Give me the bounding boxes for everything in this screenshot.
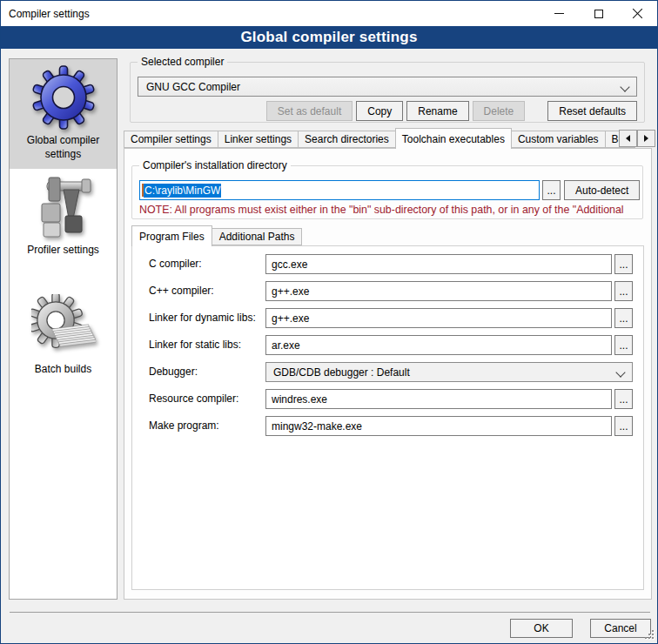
sidebar-item-label: Global compiler settings — [13, 134, 113, 161]
debugger-row: Debugger: GDB/CDB debugger : Default — [132, 359, 643, 386]
installation-directory-value: C:\raylib\MinGW — [144, 184, 221, 198]
tab-toolchain-executables[interactable]: Toolchain executables — [395, 128, 512, 149]
settings-sidebar: Global compiler settings Profiler settin… — [9, 58, 118, 600]
installation-directory-row: C:\raylib\MinGW ... Auto-detect — [139, 180, 640, 200]
c-compiler-row: C compiler: ... — [132, 252, 643, 278]
installation-directory-input[interactable]: C:\raylib\MinGW — [139, 180, 540, 200]
arrow-right-icon — [644, 135, 648, 142]
minimize-icon — [554, 13, 564, 14]
debugger-label: Debugger: — [149, 366, 198, 378]
resource-compiler-row: Resource compiler: ... — [132, 386, 643, 413]
compiler-select[interactable]: GNU GCC Compiler — [138, 77, 637, 97]
cpp-compiler-label: C++ compiler: — [149, 285, 214, 297]
toolchain-fields: C compiler: ... C++ compiler: ... Linker… — [132, 252, 643, 440]
caliper-tool-icon — [31, 175, 96, 239]
files-subtabstrip: Program Files Additional Paths — [131, 225, 301, 245]
cpp-compiler-browse-button[interactable]: ... — [614, 281, 633, 301]
linker-dynamic-row: Linker for dynamic libs: ... — [132, 305, 643, 332]
sidebar-item-profiler-settings[interactable]: Profiler settings — [10, 169, 117, 265]
sidebar-item-global-compiler-settings[interactable]: Global compiler settings — [10, 59, 117, 169]
set-as-default-button[interactable]: Set as default — [266, 101, 352, 121]
main-panel: Selected compiler GNU GCC Compiler Set a… — [124, 53, 652, 123]
subtab-additional-paths[interactable]: Additional Paths — [212, 228, 303, 245]
c-compiler-browse-button[interactable]: ... — [614, 254, 633, 274]
gray-gear-paper-stack-icon — [31, 294, 96, 359]
linker-static-label: Linker for static libs: — [149, 339, 241, 351]
make-program-input[interactable] — [265, 416, 612, 436]
directory-note: NOTE: All programs must exist either in … — [139, 204, 639, 216]
footer-separator — [10, 612, 650, 613]
c-compiler-input[interactable] — [265, 254, 612, 274]
make-program-browse-button[interactable]: ... — [614, 416, 633, 436]
compiler-settings-dialog: Compiler settings Global compiler settin… — [0, 0, 658, 644]
tab-custom-variables[interactable]: Custom variables — [511, 131, 606, 148]
c-compiler-label: C compiler: — [149, 258, 202, 270]
copy-button[interactable]: Copy — [356, 101, 403, 121]
titlebar: Compiler settings — [1, 1, 657, 26]
linker-dynamic-browse-button[interactable]: ... — [614, 308, 633, 328]
rename-button[interactable]: Rename — [406, 101, 468, 121]
make-program-label: Make program: — [149, 419, 219, 432]
linker-dynamic-label: Linker for dynamic libs: — [149, 312, 256, 324]
ok-button[interactable]: OK — [510, 619, 573, 638]
linker-dynamic-input[interactable] — [265, 308, 612, 328]
close-icon — [632, 8, 643, 19]
window-title: Compiler settings — [1, 8, 90, 20]
minimize-button[interactable] — [540, 1, 579, 26]
debugger-select-value: GDB/CDB debugger : Default — [273, 366, 410, 379]
resource-compiler-browse-button[interactable]: ... — [614, 389, 633, 409]
chevron-down-icon — [615, 367, 625, 377]
close-button[interactable] — [618, 1, 657, 26]
auto-detect-button[interactable]: Auto-detect — [564, 180, 640, 200]
subtab-program-files[interactable]: Program Files — [131, 225, 212, 246]
linker-static-browse-button[interactable]: ... — [614, 335, 633, 355]
debugger-select[interactable]: GDB/CDB debugger : Default — [265, 362, 633, 382]
linker-static-input[interactable] — [265, 335, 612, 355]
sidebar-item-label: Batch builds — [35, 363, 91, 377]
linker-static-row: Linker for static libs: ... — [132, 332, 643, 359]
blue-gear-icon — [31, 65, 96, 130]
compiler-actions: Set as default Copy Rename Delete Reset … — [131, 101, 644, 121]
browse-directory-button[interactable]: ... — [542, 180, 561, 200]
installation-directory-group-label: Compiler's installation directory — [139, 159, 291, 172]
reset-defaults-button[interactable]: Reset defaults — [547, 101, 637, 121]
tab-compiler-settings[interactable]: Compiler settings — [124, 131, 218, 148]
maximize-button[interactable] — [579, 1, 618, 26]
cancel-button[interactable]: Cancel — [590, 619, 651, 638]
resource-compiler-label: Resource compiler: — [149, 392, 238, 405]
cpp-compiler-input[interactable] — [265, 281, 612, 301]
make-program-row: Make program: ... — [132, 413, 643, 440]
program-files-page: C compiler: ... C++ compiler: ... Linker… — [131, 245, 644, 590]
tab-search-directories[interactable]: Search directories — [298, 131, 396, 148]
selected-compiler-group-label: Selected compiler — [138, 56, 227, 69]
resource-compiler-input[interactable] — [265, 389, 612, 409]
delete-button[interactable]: Delete — [473, 101, 526, 121]
tab-linker-settings[interactable]: Linker settings — [218, 131, 299, 148]
arrow-left-icon — [626, 135, 630, 142]
tab-scroll-left-button[interactable] — [619, 130, 637, 147]
settings-tabstrip: Compiler settings Linker settings Search… — [124, 128, 652, 148]
installation-directory-group: Compiler's installation directory C:\ray… — [131, 165, 643, 219]
window-controls — [540, 1, 657, 26]
resize-grip[interactable] — [644, 630, 654, 640]
selected-compiler-group: Selected compiler GNU GCC Compiler Set a… — [130, 62, 645, 123]
maximize-icon — [594, 10, 603, 18]
page-title: Global compiler settings — [1, 26, 657, 49]
toolchain-executables-page: Compiler's installation directory C:\ray… — [124, 148, 652, 600]
compiler-select-value: GNU GCC Compiler — [146, 81, 240, 93]
cpp-compiler-row: C++ compiler: ... — [132, 278, 643, 305]
sidebar-item-batch-builds[interactable]: Batch builds — [10, 288, 117, 385]
chevron-down-icon — [620, 82, 629, 91]
tab-scroll-right-button[interactable] — [637, 130, 655, 147]
sidebar-item-label: Profiler settings — [27, 244, 99, 258]
